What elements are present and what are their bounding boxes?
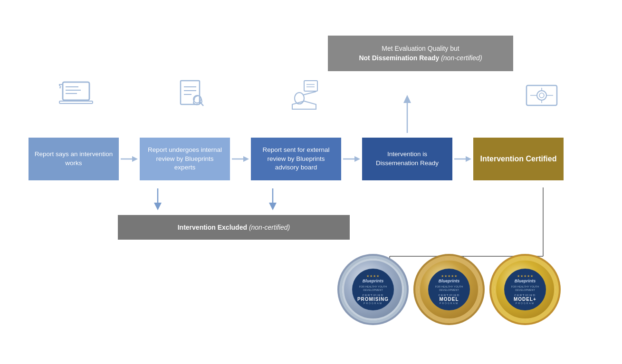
badge-logo-1: Blueprints [363, 279, 384, 284]
badge-subtext-3: FOR HEALTHY YOUTH DEVELOPMENT [507, 285, 543, 291]
laptop-icon-cell [29, 78, 124, 112]
badge-promising-inner: ★★★★ Blueprints FOR HEALTHY YOUTH DEVELO… [352, 269, 394, 310]
svg-marker-27 [132, 156, 138, 162]
svg-marker-37 [269, 203, 277, 210]
doc-review-icon-cell [145, 78, 240, 112]
badge-type-3: MODEL+ [514, 297, 536, 302]
down-arrow-svg-2 [151, 187, 164, 211]
arrow-1-2 [119, 154, 140, 164]
certificate-icon-cell [494, 78, 589, 112]
svg-point-23 [539, 93, 544, 98]
badge-stars-1: ★★★★ [366, 274, 380, 278]
flow-row: Report says an intervention works Report… [29, 138, 589, 180]
svg-rect-17 [304, 81, 317, 91]
badge-subtext-2: FOR HEALTHY YOUTH DEVELOPMENT [431, 285, 467, 291]
icons-row [29, 78, 589, 112]
flow-box-3: Report sent for external review by Bluep… [251, 138, 341, 180]
badge-model-inner: ★★★★★ Blueprints FOR HEALTHY YOUTH DEVEL… [428, 269, 470, 310]
up-arrow-4 [399, 93, 416, 135]
badge-modelplus-inner: ★★★★★ Blueprints FOR HEALTHY YOUTH DEVEL… [504, 269, 546, 310]
arrow-3-4 [341, 154, 362, 164]
top-box-line1: Met Evaluation Quality but [382, 45, 459, 52]
svg-rect-5 [63, 82, 89, 100]
svg-rect-9 [59, 101, 93, 103]
badge-logo-2: Blueprints [439, 279, 460, 284]
certificate-icon [523, 78, 561, 112]
flow-box-5: Intervention Certified [473, 138, 564, 180]
badges-row: ★★★★ Blueprints FOR HEALTHY YOUTH DEVELO… [342, 259, 556, 320]
badge-promising: ★★★★ Blueprints FOR HEALTHY YOUTH DEVELO… [342, 259, 404, 320]
diagram-container: Met Evaluation Quality but Not Dissemina… [0, 0, 622, 364]
document-review-icon [173, 78, 211, 112]
badge-type-1: PROMISING [357, 297, 389, 302]
presentation-icon [290, 78, 328, 112]
badge-stars-2: ★★★★★ [441, 274, 458, 278]
excluded-box-bold: Intervention Excluded [178, 224, 247, 231]
svg-marker-29 [243, 156, 249, 162]
svg-rect-11 [181, 81, 200, 104]
badge-logo-3: Blueprints [515, 279, 536, 284]
svg-marker-33 [466, 156, 471, 162]
up-arrow-svg [399, 93, 416, 135]
arrow-4-5 [452, 154, 473, 164]
badge-stars-3: ★★★★★ [517, 274, 534, 278]
svg-rect-10 [63, 82, 89, 100]
top-box-line2-bold: Not Dissemination Ready [359, 54, 439, 62]
svg-marker-35 [154, 203, 162, 210]
badge-program-1: PROGRAM [364, 302, 383, 305]
badge-model: ★★★★★ Blueprints FOR HEALTHY YOUTH DEVEL… [418, 259, 480, 320]
badge-type-2: MODEL [439, 297, 459, 302]
svg-marker-31 [354, 156, 360, 162]
badge-program-3: PROGRAM [516, 302, 535, 305]
excluded-box: Intervention Excluded (non-certified) [118, 215, 350, 240]
arrow-2-3 [230, 154, 251, 164]
svg-marker-25 [403, 95, 411, 103]
badge-subtext-1: FOR HEALTHY YOUTH DEVELOPMENT [355, 285, 391, 291]
top-gray-box: Met Evaluation Quality but Not Dissemina… [328, 36, 513, 71]
flow-box-4: Intervention is Dissemenation Ready [362, 138, 452, 180]
down-arrow-box3 [266, 187, 279, 211]
badge-modelplus: ★★★★★ Blueprints FOR HEALTHY YOUTH DEVEL… [494, 259, 556, 320]
presentation-icon-cell [261, 78, 356, 112]
excluded-box-italic: (non-certified) [249, 224, 290, 231]
down-arrow-svg-3 [266, 187, 279, 211]
badge-program-2: PROGRAM [440, 302, 459, 305]
flow-box-2: Report undergoes internal review by Blue… [140, 138, 230, 180]
flow-box-1: Report says an intervention works [29, 138, 119, 180]
laptop-icon [57, 78, 95, 112]
svg-point-22 [537, 91, 546, 100]
top-box-line2-italic: (non-certified) [441, 54, 482, 62]
down-arrow-box2 [151, 187, 164, 211]
